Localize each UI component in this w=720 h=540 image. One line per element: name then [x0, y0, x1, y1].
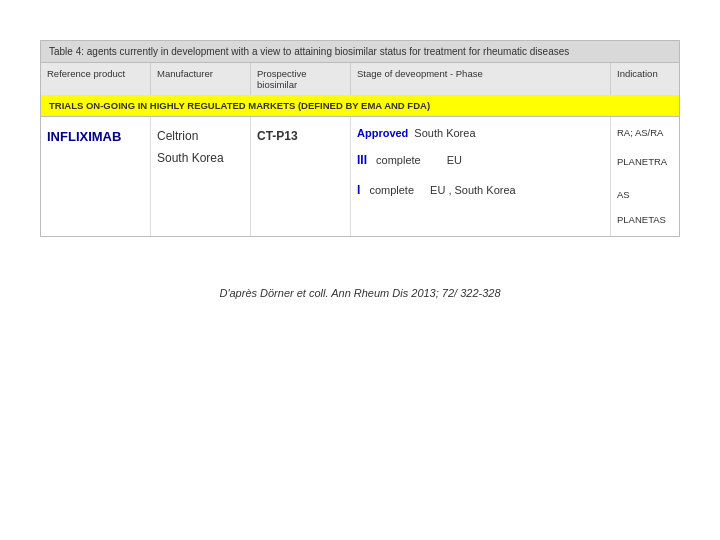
stage-line-2: III complete EU [357, 153, 462, 167]
indication-4: PLANETAS [617, 214, 666, 225]
stage-location-2: EU [447, 154, 462, 166]
footnote: D'après Dörner et coll. Ann Rheum Dis 20… [219, 287, 500, 299]
stage-location-1: South Korea [414, 127, 475, 139]
reference-product-label: INFLIXIMAB [47, 129, 121, 144]
col-header-4: Stage of deveopment - Phase [351, 63, 611, 95]
indication-3: AS [617, 189, 630, 200]
indication-1: RA; AS/RA [617, 127, 663, 138]
stage-line-3: I complete EU , South Korea [357, 183, 516, 197]
cell-reference-product: INFLIXIMAB [41, 117, 151, 236]
cell-stage: Approved South Korea III complete EU I c… [351, 117, 611, 236]
stage-text-3: complete [366, 184, 414, 196]
stage-text-2: complete [373, 154, 421, 166]
page-container: Table 4: agents currently in development… [0, 0, 720, 540]
section-header: TRIALS ON-GOING IN HIGHLY REGULATED MARK… [40, 95, 680, 117]
col-header-5: Indication [611, 63, 711, 95]
manufacturer-name: Celtrion [157, 129, 198, 143]
table-wrapper: Table 4: agents currently in development… [40, 40, 680, 237]
prospective-biosimilar: CT-P13 [257, 129, 298, 143]
table-row: INFLIXIMAB Celtrion South Korea CT-P13 A… [40, 117, 680, 237]
stage-roman-3: I [357, 183, 360, 197]
manufacturer-country: South Korea [157, 151, 224, 165]
cell-indication: RA; AS/RA PLANETRA AS PLANETAS [611, 117, 711, 236]
stage-line-1: Approved South Korea [357, 127, 476, 139]
stage-roman-2: III [357, 153, 367, 167]
col-header-1: Reference product [41, 63, 151, 95]
col-header-2: Manufacturer [151, 63, 251, 95]
col-header-3: Prospective biosimilar [251, 63, 351, 95]
stage-approved-label: Approved [357, 127, 408, 139]
indication-2: PLANETRA [617, 156, 667, 167]
cell-manufacturer: Celtrion South Korea [151, 117, 251, 236]
stage-location-3: EU , South Korea [430, 184, 516, 196]
table-header: Reference product Manufacturer Prospecti… [40, 63, 680, 95]
table-title: Table 4: agents currently in development… [40, 40, 680, 63]
cell-prospective: CT-P13 [251, 117, 351, 236]
